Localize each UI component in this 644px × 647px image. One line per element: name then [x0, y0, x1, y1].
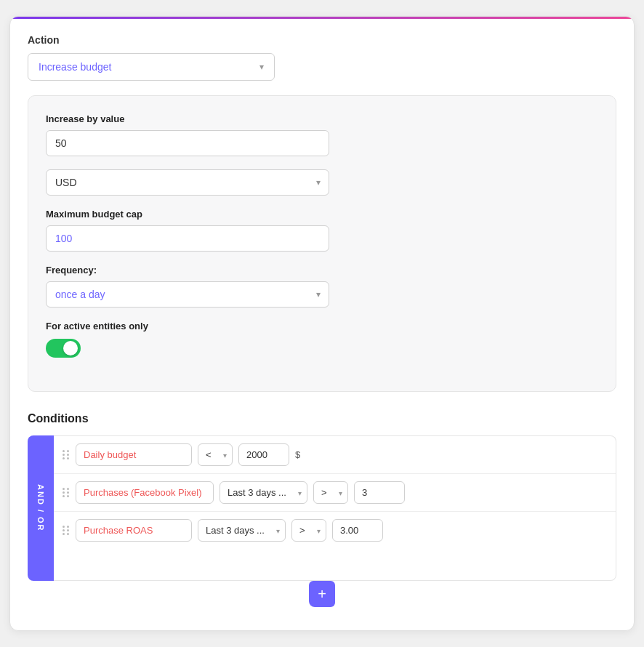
operator-select-wrap: < > = ▾: [198, 443, 233, 466]
active-entities-group: For active entities only: [46, 321, 598, 361]
condition-row: Purchase ROAS Last 3 days ... Last 7 day…: [54, 512, 616, 549]
condition-value-input-3[interactable]: [332, 519, 383, 542]
active-entities-toggle[interactable]: [46, 339, 81, 358]
drag-handle[interactable]: [63, 450, 70, 459]
increase-by-input[interactable]: [46, 130, 329, 156]
condition-field[interactable]: Daily budget: [76, 443, 192, 466]
conditions-rows: Daily budget < > = ▾ $: [54, 435, 616, 581]
action-dropdown[interactable]: Increase budget ▾: [28, 53, 275, 81]
condition-row: Daily budget < > = ▾ $: [54, 436, 616, 474]
conditions-title: Conditions: [28, 412, 616, 425]
operator-select[interactable]: < > =: [198, 443, 233, 466]
increase-by-group: Increase by value: [46, 113, 598, 156]
period-select[interactable]: Last 3 days ... Last 7 days Last 30 days: [220, 481, 307, 504]
active-entities-label: For active entities only: [46, 321, 598, 331]
operator-select-3[interactable]: > < =: [291, 519, 326, 542]
frequency-select[interactable]: once a day twice a day every hour: [46, 281, 329, 308]
max-budget-label: Maximum budget cap: [46, 209, 598, 220]
add-row: +: [28, 581, 616, 613]
currency-symbol: $: [295, 449, 300, 460]
frequency-label: Frequency:: [46, 265, 598, 276]
condition-field[interactable]: Purchases (Facebook Pixel): [76, 481, 214, 504]
frequency-group: Frequency: once a day twice a day every …: [46, 265, 598, 308]
conditions-wrapper: AND / OR Daily budget: [28, 435, 616, 581]
drag-handle[interactable]: [63, 488, 70, 497]
operator-select-2[interactable]: > < =: [313, 481, 348, 504]
max-budget-group: Maximum budget cap: [46, 209, 598, 252]
period-select-wrap-2: Last 3 days ... Last 7 days Last 30 days…: [198, 519, 286, 542]
action-label: Action: [28, 34, 616, 46]
increase-by-label: Increase by value: [46, 113, 598, 124]
condition-value-input-2[interactable]: [354, 481, 405, 504]
drag-dots-icon: [63, 526, 70, 535]
add-condition-button[interactable]: +: [309, 581, 335, 607]
action-section: Action Increase budget ▾: [28, 34, 616, 81]
action-dropdown-value: Increase budget: [39, 61, 111, 73]
condition-field[interactable]: Purchase ROAS: [76, 519, 192, 542]
currency-select[interactable]: USD EUR GBP: [46, 169, 329, 196]
and-or-label: AND / OR: [36, 484, 45, 532]
inner-card: Increase by value USD EUR GBP ▾ Maximum …: [28, 95, 616, 392]
chevron-down-icon: ▾: [259, 62, 264, 72]
frequency-select-wrapper: once a day twice a day every hour ▾: [46, 281, 329, 308]
and-or-bar: AND / OR: [28, 435, 54, 581]
conditions-section: Conditions AND / OR: [28, 412, 616, 613]
drag-dots-icon: [63, 450, 70, 459]
condition-value-input[interactable]: [238, 443, 289, 466]
drag-handle[interactable]: [63, 526, 70, 535]
operator-select-wrap-2: > < = ▾: [313, 481, 348, 504]
period-select-2[interactable]: Last 3 days ... Last 7 days Last 30 days: [198, 519, 286, 542]
operator-select-wrap-3: > < = ▾: [291, 519, 326, 542]
drag-dots-icon: [63, 488, 70, 497]
currency-select-wrapper: USD EUR GBP ▾: [46, 169, 329, 196]
currency-group: USD EUR GBP ▾: [46, 169, 598, 196]
main-card: Action Increase budget ▾ Increase by val…: [9, 16, 635, 631]
max-budget-input[interactable]: [46, 225, 329, 252]
period-select-wrap: Last 3 days ... Last 7 days Last 30 days…: [220, 481, 307, 504]
condition-row: Purchases (Facebook Pixel) Last 3 days .…: [54, 474, 616, 512]
